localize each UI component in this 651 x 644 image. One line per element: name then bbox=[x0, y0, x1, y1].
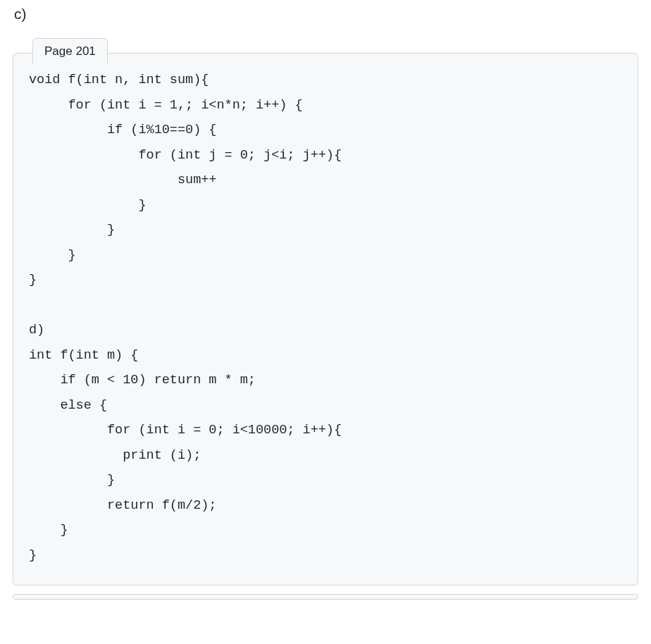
section-heading: c) bbox=[14, 6, 638, 23]
code-block: void f(int n, int sum){ for (int i = 1,;… bbox=[13, 53, 638, 586]
page-tab[interactable]: Page 201 bbox=[32, 38, 108, 64]
tab-strip: Page 201 bbox=[32, 38, 108, 64]
next-block-peek bbox=[13, 594, 638, 600]
code-content: void f(int n, int sum){ for (int i = 1,;… bbox=[29, 68, 622, 568]
